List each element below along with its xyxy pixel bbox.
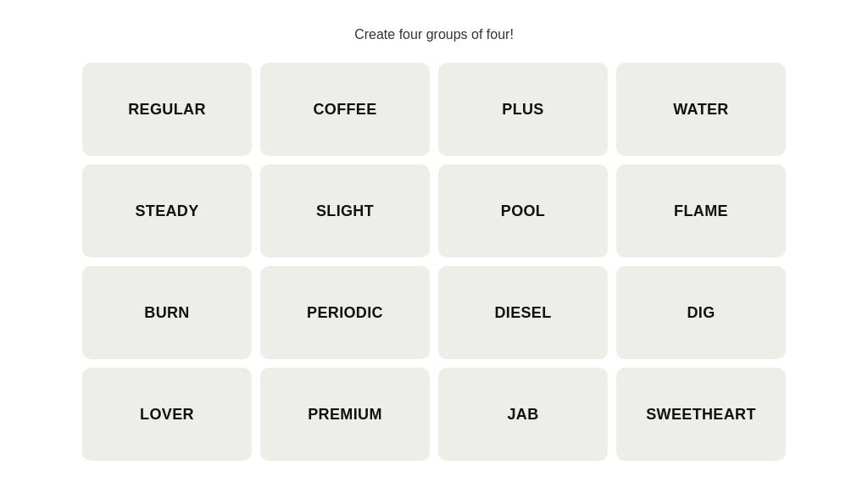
tile-plus[interactable]: PLUS: [438, 63, 608, 156]
tile-coffee[interactable]: COFFEE: [260, 63, 430, 156]
tile-label-regular: REGULAR: [128, 101, 206, 119]
tile-pool[interactable]: POOL: [438, 164, 608, 258]
tile-label-slight: SLIGHT: [316, 202, 374, 220]
tile-regular[interactable]: REGULAR: [82, 63, 252, 156]
tile-dig[interactable]: DIG: [616, 266, 786, 359]
tile-label-steady: STEADY: [135, 202, 198, 220]
game-subtitle: Create four groups of four!: [354, 27, 514, 42]
tile-label-diesel: DIESEL: [494, 304, 551, 322]
tile-label-pool: POOL: [501, 202, 545, 220]
tile-periodic[interactable]: PERIODIC: [260, 266, 430, 359]
tile-slight[interactable]: SLIGHT: [260, 164, 430, 258]
tile-label-water: WATER: [673, 101, 728, 119]
tile-label-lover: LOVER: [140, 406, 194, 424]
tile-label-coffee: COFFEE: [313, 101, 376, 119]
tile-flame[interactable]: FLAME: [616, 164, 786, 258]
word-grid: REGULARCOFFEEPLUSWATERSTEADYSLIGHTPOOLFL…: [82, 63, 786, 461]
tile-label-sweetheart: SWEETHEART: [646, 406, 756, 424]
tile-label-jab: JAB: [507, 406, 538, 424]
tile-sweetheart[interactable]: SWEETHEART: [616, 368, 786, 461]
tile-steady[interactable]: STEADY: [82, 164, 252, 258]
tile-label-premium: PREMIUM: [308, 406, 382, 424]
tile-burn[interactable]: BURN: [82, 266, 252, 359]
tile-label-plus: PLUS: [502, 101, 543, 119]
tile-jab[interactable]: JAB: [438, 368, 608, 461]
tile-water[interactable]: WATER: [616, 63, 786, 156]
tile-label-dig: DIG: [687, 304, 715, 322]
tile-diesel[interactable]: DIESEL: [438, 266, 608, 359]
tile-label-burn: BURN: [144, 304, 189, 322]
tile-label-flame: FLAME: [674, 202, 728, 220]
tile-lover[interactable]: LOVER: [82, 368, 252, 461]
tile-premium[interactable]: PREMIUM: [260, 368, 430, 461]
tile-label-periodic: PERIODIC: [307, 304, 383, 322]
